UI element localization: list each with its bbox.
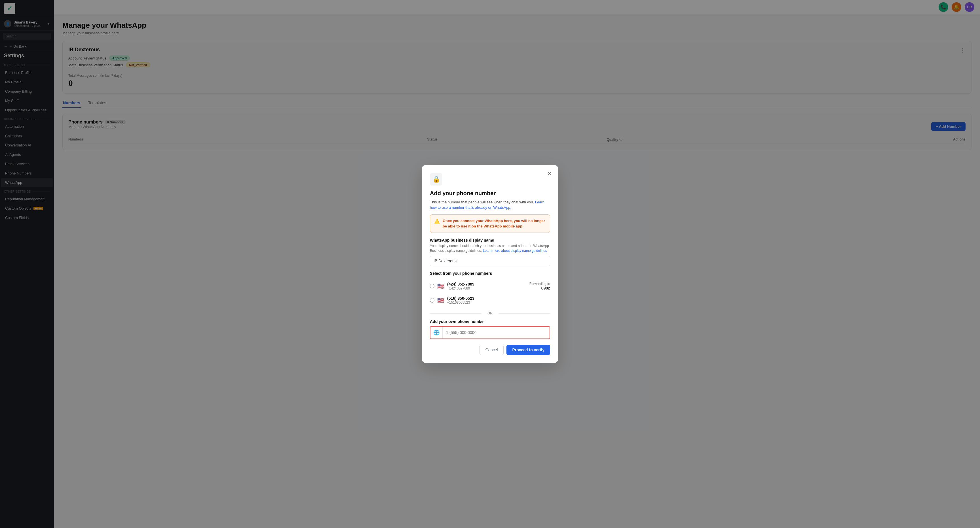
add-phone-modal: ✕ 🔒 Add your phone number This is the nu… — [422, 165, 558, 363]
display-name-input[interactable] — [430, 256, 550, 266]
warning-text: Once you connect your WhatsApp here, you… — [443, 218, 546, 229]
modal-actions: Cancel Proceed to verify — [430, 345, 550, 355]
modal-close-button[interactable]: ✕ — [546, 170, 554, 178]
phone-number-input[interactable] — [443, 327, 550, 338]
phone-radio-1[interactable] — [430, 284, 434, 289]
own-number-label: Add your own phone number — [430, 319, 550, 324]
display-name-link[interactable]: Learn more about display name guidelines — [483, 249, 547, 253]
phone-display-2: (516) 350-5523 — [447, 296, 550, 301]
phone-option-1[interactable]: 🇺🇸 (424) 352-7889 +14243527889 Forwardin… — [430, 279, 550, 293]
phone-option-2[interactable]: 🇺🇸 (516) 350-5523 +15163505523 — [430, 293, 550, 308]
select-phone-label: Select from your phone numbers — [430, 271, 550, 276]
lock-icon: 🔒 — [430, 173, 442, 186]
warning-box: ⚠️ Once you connect your WhatsApp here, … — [430, 214, 550, 233]
phone-flag-button[interactable]: 🌐 — [430, 327, 443, 338]
modal-description: This is the number that people will see … — [430, 200, 550, 211]
flag-icon-1: 🇺🇸 — [437, 283, 444, 290]
phone-e164-1: +14243527889 — [447, 286, 527, 290]
modal-overlay[interactable]: ✕ 🔒 Add your phone number This is the nu… — [0, 0, 980, 528]
phone-e164-2: +15163505523 — [447, 301, 550, 304]
forwarding-label: Forwarding to — [530, 282, 550, 286]
warning-icon: ⚠️ — [434, 219, 440, 224]
phone-input-wrapper: 🌐 — [430, 326, 550, 339]
modal-title: Add your phone number — [430, 190, 550, 197]
or-divider: OR — [430, 311, 550, 315]
forwarding-value: 0982 — [530, 286, 550, 290]
cancel-button[interactable]: Cancel — [479, 345, 504, 355]
proceed-to-verify-button[interactable]: Proceed to verify — [506, 345, 550, 355]
display-name-desc: Your display name should match your busi… — [430, 244, 550, 253]
phone-radio-2[interactable] — [430, 298, 434, 303]
display-name-label: WhatsApp business display name — [430, 238, 550, 243]
flag-icon-2: 🇺🇸 — [437, 297, 444, 304]
phone-display-1: (424) 352-7889 — [447, 282, 527, 286]
